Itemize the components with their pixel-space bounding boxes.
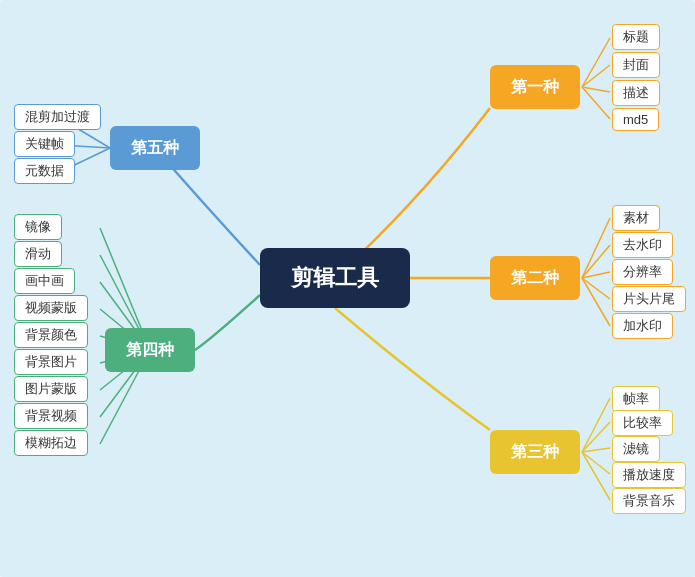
leaf-b3-2: 滤镜 xyxy=(612,436,660,462)
branch2-node: 第二种 xyxy=(490,256,580,300)
leaf-b2-3: 片头片尾 xyxy=(612,286,686,312)
leaf-b4-2: 画中画 xyxy=(14,268,75,294)
leaf-b4-8: 模糊拓边 xyxy=(14,430,88,456)
leaf-b4-0: 镜像 xyxy=(14,214,62,240)
leaf-b2-2: 分辨率 xyxy=(612,259,673,285)
leaf-b5-1: 关键帧 xyxy=(14,131,75,157)
leaf-b2-1: 去水印 xyxy=(612,232,673,258)
branch4-node: 第四种 xyxy=(105,328,195,372)
leaf-b4-5: 背景图片 xyxy=(14,349,88,375)
leaf-b1-1: 封面 xyxy=(612,52,660,78)
leaf-b4-1: 滑动 xyxy=(14,241,62,267)
leaf-b4-7: 背景视频 xyxy=(14,403,88,429)
leaf-b3-1: 比较率 xyxy=(612,410,673,436)
leaf-b1-2: 描述 xyxy=(612,80,660,106)
branch1-node: 第一种 xyxy=(490,65,580,109)
leaf-b1-3: md5 xyxy=(612,108,659,131)
leaf-b4-3: 视频蒙版 xyxy=(14,295,88,321)
leaf-b4-4: 背景颜色 xyxy=(14,322,88,348)
center-node: 剪辑工具 xyxy=(260,248,410,308)
branch5-node: 第五种 xyxy=(110,126,200,170)
leaf-b3-0: 帧率 xyxy=(612,386,660,412)
leaf-b5-2: 元数据 xyxy=(14,158,75,184)
leaf-b2-0: 素材 xyxy=(612,205,660,231)
leaf-b3-4: 背景音乐 xyxy=(612,488,686,514)
leaf-b1-0: 标题 xyxy=(612,24,660,50)
branch3-node: 第三种 xyxy=(490,430,580,474)
leaf-b4-6: 图片蒙版 xyxy=(14,376,88,402)
leaf-b2-4: 加水印 xyxy=(612,313,673,339)
leaf-b5-0: 混剪加过渡 xyxy=(14,104,101,130)
leaf-b3-3: 播放速度 xyxy=(612,462,686,488)
